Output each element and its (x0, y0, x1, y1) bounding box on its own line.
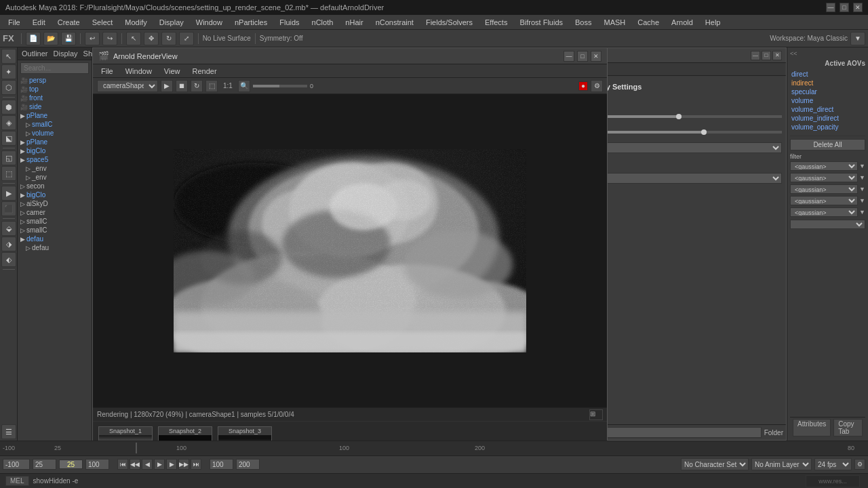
snapshot-2[interactable]: Snapshot_2 (158, 426, 212, 441)
aov-direct[interactable]: direct (790, 70, 865, 79)
timeline-start-input[interactable] (3, 459, 30, 470)
playback-prev-key[interactable]: ◀◀ (130, 459, 140, 470)
joint-btn[interactable]: ⬕ (1, 131, 16, 146)
render-stop-btn[interactable]: ⏹ (176, 80, 188, 92)
render-minimize-btn[interactable]: — (564, 51, 574, 62)
tree-item-persp[interactable]: 🎥 persp (18, 76, 92, 85)
render-maximize-btn[interactable]: □ (577, 51, 588, 62)
maximize-btn[interactable]: □ (840, 3, 849, 12)
outliner-search[interactable] (20, 62, 89, 74)
menu-display[interactable]: Display (154, 17, 189, 28)
tree-item-smallc1[interactable]: ▷ smallC (23, 120, 92, 129)
menu-window[interactable]: Window (191, 17, 228, 28)
rotate-btn[interactable]: ↻ (161, 32, 176, 45)
char-set-select[interactable]: No Character Set (681, 458, 749, 470)
sculpt-tool-btn[interactable]: ⬡ (1, 80, 16, 95)
mel-button[interactable]: MEL (5, 476, 29, 486)
rs-exposure-handle[interactable] (701, 129, 707, 135)
render-play-btn[interactable]: ▶ (161, 80, 173, 92)
tree-item-secon[interactable]: ▷ secon (18, 182, 92, 190)
select-tool-btn[interactable]: ↖ (1, 49, 16, 64)
tree-item-defau1[interactable]: ▶ defau (18, 235, 92, 243)
tree-item-volume1[interactable]: ▷ volume (23, 129, 92, 138)
filter-arrow-5[interactable]: ▼ (859, 209, 865, 216)
playback-play[interactable]: ▶ (154, 459, 165, 470)
tree-item-env1[interactable]: ▷ _env (23, 164, 92, 173)
filter-select-5[interactable]: <gaussian> (790, 207, 858, 217)
window-controls[interactable]: — □ ✕ (826, 3, 863, 12)
tree-item-front[interactable]: 🎥 front (18, 94, 92, 102)
copy-tab-btn[interactable]: Copy Tab (833, 419, 863, 436)
aov-specular[interactable]: specular (790, 87, 865, 96)
menu-modify[interactable]: Modify (119, 17, 152, 28)
playback-to-end[interactable]: ⏭ (191, 459, 201, 470)
render-region-btn[interactable]: ⬚ (205, 80, 218, 92)
aov-volume[interactable]: volume (790, 96, 865, 105)
tree-item-bigclo2[interactable]: ▶ bigClo (18, 190, 92, 199)
tree-item-top[interactable]: 🎥 top (18, 85, 92, 94)
save-btn[interactable]: 💾 (61, 32, 76, 45)
render-status-expand-btn[interactable]: ⊞ (589, 409, 603, 420)
filter-select-1[interactable]: <gaussian> (790, 161, 858, 171)
render-menu-file[interactable]: File (96, 66, 119, 76)
group-btn[interactable]: ⬚ (1, 166, 16, 181)
snapshot-1[interactable]: Snapshot_1 (98, 426, 153, 441)
filter-select-2[interactable]: <gaussian> (790, 173, 858, 182)
anim-options-btn[interactable]: ⚙ (854, 459, 865, 470)
timeline-end-input[interactable] (85, 459, 109, 470)
menu-fieldssolvers[interactable]: Fields/Solvers (420, 17, 478, 28)
select-btn[interactable]: ↖ (126, 32, 141, 45)
timeline-current-input[interactable] (33, 459, 56, 470)
dynamics-btn[interactable]: ⬙ (1, 221, 16, 236)
menu-effects[interactable]: Effects (479, 17, 513, 28)
delete-all-btn[interactable]: Delete All (790, 139, 865, 150)
aovs-expand-btn[interactable]: << (790, 50, 797, 57)
timeline-play-end[interactable] (236, 459, 260, 470)
menu-boss[interactable]: Boss (570, 17, 597, 28)
menu-cache[interactable]: Cache (632, 17, 665, 28)
aov-indirect[interactable]: indirect (790, 79, 865, 87)
filter-arrow-1[interactable]: ▼ (859, 163, 865, 169)
open-btn[interactable]: 📂 (43, 32, 58, 45)
redo-btn[interactable]: ↪ (102, 32, 117, 45)
menu-help[interactable]: Help (700, 17, 726, 28)
aov-volume-direct[interactable]: volume_direct (790, 105, 865, 114)
aov-volume-opacity[interactable]: volume_opacity (790, 123, 865, 131)
menu-select[interactable]: Select (87, 17, 119, 28)
filter-select-3[interactable]: <gaussian> (790, 184, 858, 194)
tree-item-space5[interactable]: ▶ space5 (18, 155, 92, 164)
undo-btn[interactable]: ↩ (85, 32, 100, 45)
render-menu-window[interactable]: Window (120, 66, 157, 76)
render-progress-slider[interactable] (253, 85, 307, 87)
filter-select-4[interactable]: <gaussian> (790, 196, 858, 205)
tree-item-aisky[interactable]: ▷ aiSkyD (18, 199, 92, 208)
rs-controls[interactable]: — □ ✕ (751, 51, 782, 60)
paint-tool-btn[interactable]: ✦ (1, 64, 16, 79)
tree-item-defau2[interactable]: ▷ defau (23, 243, 92, 252)
rs-gamma-handle[interactable] (676, 114, 682, 119)
tree-item-side[interactable]: 🎥 side (18, 102, 92, 111)
outliner-tab-display[interactable]: Display (54, 49, 78, 58)
aov-volume-indirect[interactable]: volume_indirect (790, 114, 865, 123)
fps-select[interactable]: 24 fps (814, 458, 852, 470)
extra-btn[interactable]: ⬖ (1, 252, 16, 267)
close-btn[interactable]: ✕ (853, 3, 863, 12)
menu-edit[interactable]: Edit (27, 17, 51, 28)
rs-minimize-btn[interactable]: — (751, 51, 760, 60)
filter-extra-select[interactable] (790, 220, 865, 229)
rs-maximize-btn[interactable]: □ (762, 51, 771, 60)
tree-item-bigclo[interactable]: ▶ bigClo (18, 146, 92, 155)
tree-item-smallc2[interactable]: ▷ smallC (18, 217, 92, 226)
render-refresh-btn[interactable]: ↻ (191, 80, 203, 92)
render-btn-left[interactable]: ▶ (1, 186, 16, 201)
playback-next-key[interactable]: ▶▶ (178, 459, 189, 470)
playback-to-start[interactable]: ⏮ (117, 459, 128, 470)
render-menu-render[interactable]: Render (187, 66, 222, 76)
filter-arrow-2[interactable]: ▼ (859, 174, 865, 181)
render-view-controls[interactable]: — □ ✕ (564, 51, 601, 62)
show-hide-btn[interactable]: ◱ (1, 150, 16, 165)
create-poly-btn[interactable]: ⬢ (1, 100, 16, 115)
minimize-btn[interactable]: — (826, 3, 835, 12)
menu-create[interactable]: Create (52, 17, 85, 28)
menu-nconstraint[interactable]: nConstraint (370, 17, 419, 28)
